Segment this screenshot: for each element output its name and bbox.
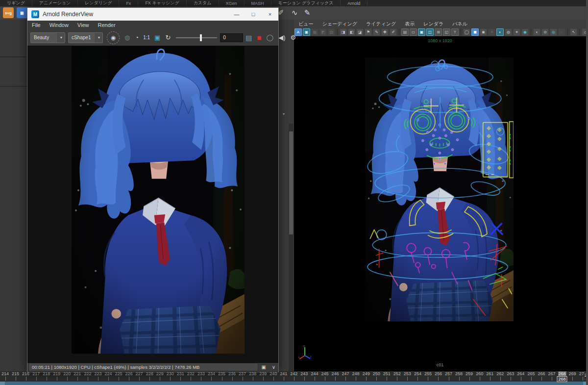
timeline-frame-269[interactable]: 269 — [567, 371, 578, 382]
timeline-frame-223[interactable]: 223 — [93, 371, 103, 382]
snapshot-target-icon[interactable]: ◉ — [107, 31, 120, 44]
settings-gear-icon[interactable]: ⚙ — [291, 34, 296, 41]
timeline-frame-241[interactable]: 241 — [278, 371, 289, 382]
timeline-frame-220[interactable]: 220 — [62, 371, 72, 382]
panel-scrollbar-thumb[interactable] — [289, 131, 293, 234]
timeline-frame-217[interactable]: 217 — [31, 371, 41, 382]
timeline-frame-245[interactable]: 245 — [319, 371, 330, 382]
timeline-frame-244[interactable]: 244 — [309, 371, 319, 382]
timeline-frame-222[interactable]: 222 — [82, 371, 93, 382]
grease-pencil-icon[interactable]: ✎ — [373, 28, 380, 36]
timeline-frame-224[interactable]: 224 — [103, 371, 113, 382]
camera-pan-icon[interactable]: ◧ — [348, 28, 355, 36]
timeline-frame-255[interactable]: 255 — [423, 371, 433, 382]
timeline-frame-256[interactable]: 256 — [433, 371, 443, 382]
joint-tool-icon[interactable]: ∿ — [288, 6, 301, 19]
textured-mode-icon[interactable]: ◙ — [480, 28, 487, 36]
range-slider[interactable] — [0, 382, 588, 385]
notifications-icon[interactable]: ◀) — [278, 34, 285, 41]
window-title-bar[interactable]: M Arnold RenderView — □ × — [27, 8, 278, 21]
timeline-frame-237[interactable]: 237 — [237, 371, 247, 382]
viewport-view[interactable]: 1080 x 1920 c01 y x z — [294, 36, 586, 371]
mash-shelf-icon[interactable]: ▦ — [17, 7, 27, 18]
vp-menu-ライティング[interactable]: ライティング — [362, 21, 400, 27]
timeline-frame-234[interactable]: 234 — [206, 371, 217, 382]
timeline-frame-266[interactable]: 266 — [536, 371, 546, 382]
timeline-frame-250[interactable]: 250 — [371, 371, 382, 382]
safe-action-icon[interactable]: ◱ — [443, 28, 450, 36]
vp-menu-レンダラ[interactable]: レンダラ — [419, 21, 448, 27]
menu-tab-Arnold[interactable]: Arnold — [341, 1, 368, 6]
timeline-frame-225[interactable]: 225 — [114, 371, 124, 382]
timeline-frame-239[interactable]: 239 — [258, 371, 268, 382]
timeline-frame-264[interactable]: 264 — [515, 371, 526, 382]
timeline-frame-259[interactable]: 259 — [464, 371, 474, 382]
aov-select[interactable]: Beauty ▼ — [30, 32, 65, 43]
menu-tab-モーション グラフィックス[interactable]: モーション グラフィックス — [271, 0, 341, 6]
stipple-pen-icon[interactable]: ✎ — [301, 6, 314, 19]
timeline-frame-248[interactable]: 248 — [351, 371, 361, 382]
move-manipulator-icon[interactable]: ✚ — [381, 28, 389, 36]
svg-shelf-icon[interactable]: svg — [3, 7, 14, 18]
resolution-gate-icon[interactable]: ▣ — [418, 28, 425, 36]
slider-handle[interactable] — [200, 34, 202, 41]
camera-roll-icon[interactable]: ◪ — [356, 28, 364, 36]
timeline-frame-228[interactable]: 228 — [145, 371, 155, 382]
snapshot-camera-icon[interactable]: ▣ — [261, 364, 266, 370]
timeline-frame-247[interactable]: 247 — [341, 371, 351, 382]
rgba-channels-icon[interactable]: ◍ — [124, 34, 130, 41]
timeline-frame-243[interactable]: 243 — [299, 371, 309, 382]
timeline-frame-268[interactable]: 268268 — [557, 371, 567, 382]
timeline-frame-215[interactable]: 215 — [10, 371, 21, 382]
timeline-frame-229[interactable]: 229 — [155, 371, 165, 382]
lightbulb-icon[interactable]: ✦ — [513, 28, 520, 36]
menu-tab-レンダリング[interactable]: レンダリング — [78, 0, 119, 6]
timeline-frame-257[interactable]: 257 — [443, 371, 454, 382]
timeline-frame-252[interactable]: 252 — [392, 371, 402, 382]
timeline-frame-254[interactable]: 254 — [413, 371, 423, 382]
timeline-frame-232[interactable]: 232 — [186, 371, 196, 382]
menu-tab-アニメーション[interactable]: アニメーション — [32, 0, 78, 6]
dof-icon[interactable]: ◉ — [521, 28, 529, 36]
timeline-frame-263[interactable]: 263 — [505, 371, 515, 382]
timeline-frame-251[interactable]: 251 — [382, 371, 392, 382]
timeline-frame-231[interactable]: 231 — [175, 371, 186, 382]
pen-icon[interactable]: ✐ — [390, 28, 397, 36]
xray-icon[interactable]: ⊖ — [541, 28, 549, 36]
viewport-panel[interactable]: ビューシェーディングライティング表示レンダラパネル A▣▦◩▨◨◧◪⚑✎✚✐▤▭… — [294, 20, 586, 371]
timeline-frame-233[interactable]: 233 — [196, 371, 206, 382]
timeline-frame-218[interactable]: 218 — [41, 371, 51, 382]
stop-render-button[interactable]: ■ — [257, 33, 262, 42]
safe-title-icon[interactable]: T — [451, 28, 459, 36]
snap-cursor-icon[interactable]: ↖ — [570, 28, 577, 36]
menu-tab-Fx[interactable]: Fx — [119, 1, 138, 6]
grid-toggle-icon[interactable]: ▤ — [401, 28, 409, 36]
timeline-frame-262[interactable]: 262 — [495, 371, 505, 382]
field-chart-icon[interactable]: ⊞ — [435, 28, 442, 36]
progress-circle-icon[interactable]: ◯ — [267, 34, 274, 41]
use-all-lights-icon[interactable]: ☀ — [488, 28, 495, 36]
slot-dim-icon-3[interactable]: ▨ — [328, 28, 335, 36]
region-pie-icon[interactable]: ◔ — [135, 34, 139, 41]
timeline-frame-238[interactable]: 238 — [247, 371, 258, 382]
timeline-frame-265[interactable]: 265 — [526, 371, 536, 382]
log-window-icon[interactable]: ▤ — [245, 34, 252, 42]
timeline-frame-230[interactable]: 230 — [165, 371, 175, 382]
bookmark-flag-icon[interactable]: ⚑ — [365, 28, 372, 36]
rv-menu-render[interactable]: Render — [94, 22, 120, 28]
vp-menu-表示[interactable]: 表示 — [400, 21, 419, 27]
maximize-button[interactable]: □ — [245, 8, 262, 20]
timeline[interactable]: 2142152162172182192202212222232242252262… — [0, 371, 588, 382]
wireframe-icon[interactable]: ◯ — [463, 28, 470, 36]
minimize-button[interactable]: — — [228, 8, 245, 20]
combo-dropdown-icon[interactable]: ▾ — [283, 112, 285, 116]
timeline-frame-258[interactable]: 258 — [454, 371, 464, 382]
range-handle-left[interactable] — [0, 382, 5, 385]
timeline-frame-227[interactable]: 227 — [134, 371, 145, 382]
menu-tab-カスタム[interactable]: カスタム — [187, 0, 219, 6]
rv-menu-file[interactable]: File — [27, 22, 45, 28]
slot-dim-icon-4[interactable]: ▫ — [558, 28, 565, 36]
timeline-frame-246[interactable]: 246 — [330, 371, 341, 382]
isolate-select-icon[interactable]: ▣ — [303, 28, 310, 36]
debug-shading-value[interactable]: 0 — [220, 33, 243, 42]
